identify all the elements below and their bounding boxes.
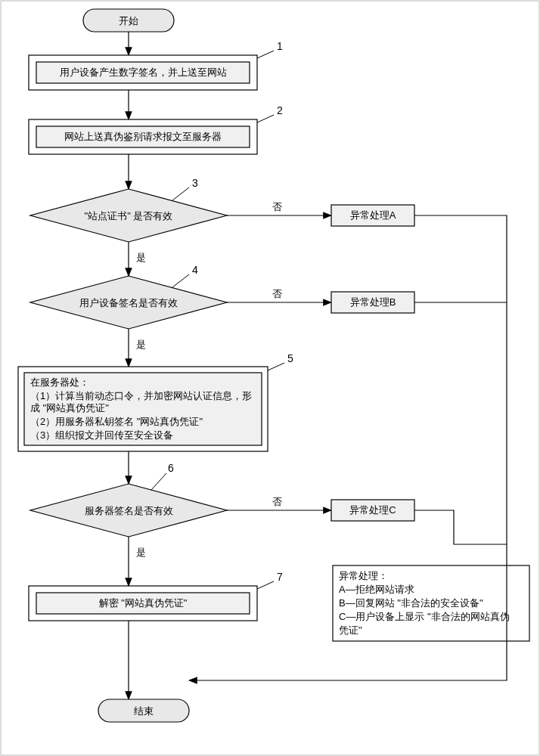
- process-2: 网站上送真伪鉴别请求报文至服务器: [29, 119, 257, 154]
- leader-1: [257, 51, 274, 58]
- process-5-line3: （3）组织报文并回传至安全设备: [30, 429, 173, 441]
- process-5-line1: （1）计算当前动态口令，并加密网站认证信息，形: [30, 390, 252, 401]
- process-1: 用户设备产生数字签名，并上送至网站: [29, 55, 257, 90]
- process-5-line0: 在服务器处：: [30, 376, 89, 388]
- decision-6-no: 否: [272, 496, 282, 507]
- process-5: 在服务器处： （1）计算当前动态口令，并加密网站认证信息，形 成 "网站真伪凭证…: [18, 367, 268, 451]
- leader-3: [172, 187, 189, 200]
- num-1: 1: [277, 40, 283, 52]
- exception-b-text: 异常处理B: [350, 296, 396, 308]
- decision-4-text: 用户设备签名是否有效: [79, 297, 178, 308]
- decision-3-no: 否: [272, 201, 282, 212]
- exC-route: [414, 510, 507, 544]
- process-2-text: 网站上送真伪鉴别请求报文至服务器: [64, 131, 222, 142]
- decision-6-text: 服务器签名是否有效: [85, 505, 173, 516]
- legend-c2: 凭证": [339, 624, 362, 636]
- legend-note: 异常处理： A—拒绝网站请求 B—回复网站 "非合法的安全设备" C—用户设备上…: [333, 565, 529, 641]
- leader-7: [257, 581, 274, 589]
- exception-a: 异常处理A: [331, 205, 414, 226]
- exception-c-text: 异常处理C: [349, 504, 396, 516]
- num-3: 3: [192, 177, 198, 189]
- leader-6: [151, 473, 166, 490]
- num-7: 7: [277, 571, 283, 583]
- process-7: 解密 "网站真伪凭证": [29, 586, 257, 621]
- process-1-text: 用户设备产生数字签名，并上送至网站: [60, 67, 227, 78]
- leader-2: [257, 115, 274, 122]
- legend-b: B—回复网站 "非合法的安全设备": [339, 597, 483, 609]
- start-label: 开始: [119, 15, 138, 26]
- decision-6-yes: 是: [136, 547, 146, 558]
- legend-a: A—拒绝网站请求: [339, 584, 414, 595]
- leader-4: [172, 274, 189, 287]
- flowchart-diagram: 开始 用户设备产生数字签名，并上送至网站 1 网站上送真伪鉴别请求报文至服务器 …: [0, 0, 540, 756]
- num-2: 2: [277, 104, 283, 116]
- num-6: 6: [168, 462, 174, 474]
- decision-4-no: 否: [272, 288, 282, 299]
- num-5: 5: [287, 352, 293, 364]
- leader-5: [268, 363, 284, 370]
- process-7-text: 解密 "网站真伪凭证": [99, 597, 188, 609]
- process-5-line1b: 成 "网站真伪凭证": [30, 402, 109, 414]
- decision-4: 用户设备签名是否有效: [30, 276, 227, 329]
- decision-3-text: "站点证书" 是否有效: [85, 210, 173, 222]
- decision-4-yes: 是: [136, 339, 146, 350]
- decision-3: "站点证书" 是否有效: [30, 189, 227, 242]
- exception-c: 异常处理C: [331, 500, 414, 521]
- end-label: 结束: [134, 705, 154, 717]
- legend-title: 异常处理：: [339, 570, 388, 581]
- exception-b: 异常处理B: [331, 292, 414, 313]
- decision-3-yes: 是: [136, 252, 146, 263]
- legend-c1: C—用户设备上显示 "非合法的网站真伪: [339, 611, 510, 622]
- process-5-line2: （2）用服务器私钥签名 "网站真伪凭证": [30, 416, 203, 427]
- num-4: 4: [192, 264, 198, 276]
- decision-6: 服务器签名是否有效: [30, 484, 227, 537]
- exception-a-text: 异常处理A: [350, 209, 396, 221]
